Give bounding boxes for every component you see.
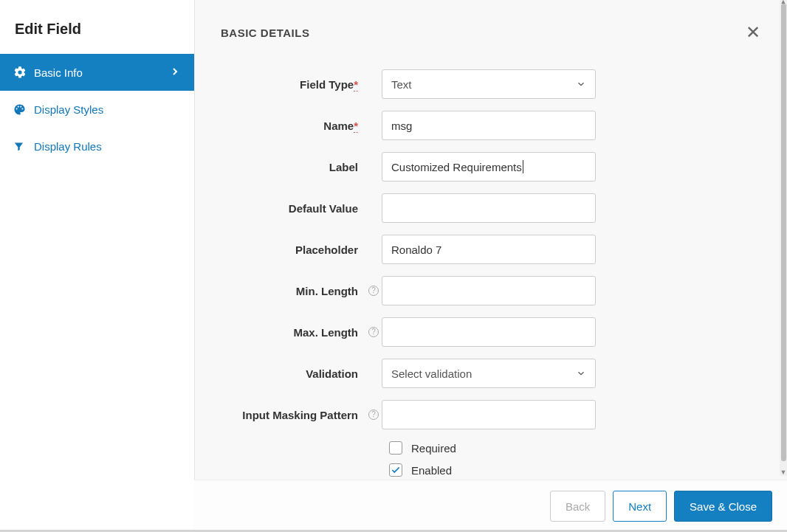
row-placeholder: Placeholder <box>209 235 772 264</box>
row-max-length: Max. Length ? <box>209 317 772 347</box>
main-header: BASIC DETAILS ✕ <box>194 0 787 47</box>
enabled-checkbox[interactable] <box>389 463 402 477</box>
label-input-masking: Input Masking Pattern <box>209 409 365 421</box>
section-title: BASIC DETAILS <box>221 27 309 39</box>
chevron-right-icon <box>169 66 181 80</box>
sidebar-title: Edit Field <box>0 0 194 54</box>
scroll-down-icon[interactable]: ▼ <box>780 469 787 476</box>
form-area: Field Type* Text Name* Label Customized … <box>194 47 787 480</box>
help-icon[interactable]: ? <box>368 286 379 296</box>
sidebar: Edit Field Basic Info Display Styles Dis… <box>0 0 194 532</box>
label-input[interactable]: Customized Requirements <box>382 152 596 182</box>
validation-select[interactable]: Select validation <box>382 359 596 388</box>
label-min-length: Min. Length <box>209 285 365 297</box>
label-field-type: Field Type* <box>209 78 365 91</box>
label-max-length: Max. Length <box>209 326 365 339</box>
row-label: Label Customized Requirements <box>209 152 772 182</box>
save-close-button[interactable]: Save & Close <box>674 491 772 522</box>
label-name: Name* <box>209 120 365 132</box>
palette-icon <box>13 103 34 116</box>
row-name: Name* <box>209 111 772 140</box>
sidebar-item-display-rules[interactable]: Display Rules <box>0 128 194 165</box>
required-checkbox-label: Required <box>411 442 456 455</box>
next-button[interactable]: Next <box>613 491 667 522</box>
scrollbar-thumb[interactable] <box>781 4 786 461</box>
field-type-select[interactable]: Text <box>382 69 596 99</box>
help-icon[interactable]: ? <box>368 327 379 337</box>
placeholder-input[interactable] <box>382 235 596 264</box>
row-input-masking: Input Masking Pattern ? <box>209 400 772 429</box>
name-input[interactable] <box>382 111 596 140</box>
required-checkbox[interactable] <box>389 441 402 455</box>
row-field-type: Field Type* Text <box>209 69 772 99</box>
close-icon[interactable]: ✕ <box>746 24 760 41</box>
scrollbar[interactable]: ▲ ▼ <box>780 0 787 476</box>
row-default-value: Default Value <box>209 193 772 223</box>
row-enabled-checkbox: Enabled <box>389 463 772 477</box>
edit-field-dialog: Edit Field Basic Info Display Styles Dis… <box>0 0 787 532</box>
label-validation: Validation <box>209 367 365 380</box>
sidebar-item-label: Display Styles <box>34 103 181 116</box>
main-panel: BASIC DETAILS ✕ Field Type* Text Name* L… <box>194 0 787 532</box>
row-min-length: Min. Length ? <box>209 276 772 305</box>
enabled-checkbox-label: Enabled <box>411 464 452 477</box>
min-length-input[interactable] <box>382 276 596 305</box>
back-button[interactable]: Back <box>550 491 605 522</box>
label-label: Label <box>209 161 365 173</box>
input-masking-input[interactable] <box>382 400 596 429</box>
row-required-checkbox: Required <box>389 441 772 455</box>
sidebar-item-label: Basic Info <box>34 66 169 79</box>
label-placeholder: Placeholder <box>209 243 365 256</box>
default-value-input[interactable] <box>382 193 596 223</box>
label-default-value: Default Value <box>209 202 365 215</box>
filter-icon <box>13 141 34 152</box>
max-length-input[interactable] <box>382 317 596 347</box>
sidebar-item-basic-info[interactable]: Basic Info <box>0 54 194 91</box>
gear-icon <box>13 66 34 79</box>
sidebar-item-display-styles[interactable]: Display Styles <box>0 91 194 128</box>
sidebar-item-label: Display Rules <box>34 140 181 153</box>
row-validation: Validation Select validation <box>209 359 772 388</box>
dialog-footer: Back Next Save & Close <box>194 480 787 532</box>
help-icon[interactable]: ? <box>368 410 379 420</box>
